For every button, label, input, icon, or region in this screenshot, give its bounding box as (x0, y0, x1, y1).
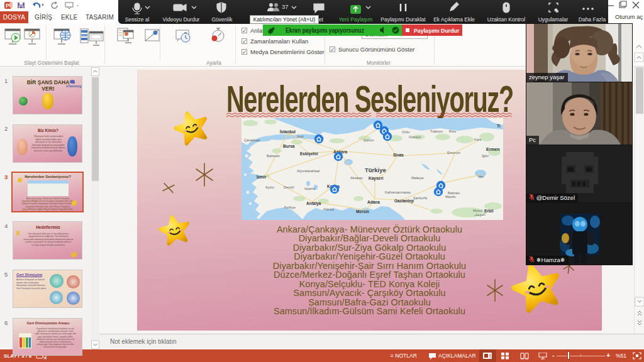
svg-text:Paylaşımı Durdur: Paylaşımı Durdur (414, 28, 460, 34)
svg-text:Ekran paylaşımı yapıyorsunuz: Ekran paylaşımı yapıyorsunuz (286, 27, 364, 34)
svg-text:⹀: ⹀ (77, 3, 79, 8)
svg-text:▾: ▾ (42, 3, 44, 7)
svg-text:P: P (6, 3, 9, 9)
svg-text:37: 37 (282, 3, 289, 10)
